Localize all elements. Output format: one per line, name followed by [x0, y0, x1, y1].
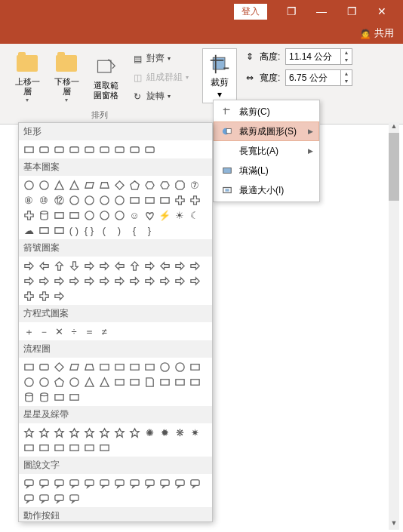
shape-item[interactable]	[52, 223, 66, 237]
shape-item[interactable]	[37, 143, 51, 156]
share-button[interactable]: 共用	[374, 26, 394, 40]
shape-item[interactable]	[128, 143, 141, 156]
shape-item[interactable]	[128, 426, 141, 439]
shape-item[interactable]	[37, 426, 51, 439]
shape-item[interactable]	[22, 476, 35, 490]
shape-item[interactable]	[22, 375, 35, 389]
shape-item[interactable]	[37, 178, 51, 192]
shape-item[interactable]	[143, 178, 156, 192]
chevron-down-icon[interactable]: ▾	[217, 89, 222, 100]
window-restore-small-icon[interactable]: ❐	[276, 5, 306, 17]
shape-item[interactable]	[52, 476, 66, 490]
shape-item[interactable]	[67, 193, 81, 207]
chevron-down-icon[interactable]: ▾	[65, 97, 68, 103]
shape-item[interactable]	[22, 274, 35, 288]
shape-item[interactable]: ✷	[188, 426, 202, 439]
shape-item[interactable]	[37, 491, 51, 505]
shape-item[interactable]	[22, 441, 35, 454]
shape-item[interactable]	[173, 360, 186, 374]
shape-item[interactable]	[97, 360, 111, 374]
shape-item[interactable]	[143, 259, 156, 272]
shape-item[interactable]	[97, 193, 111, 207]
shape-item[interactable]	[188, 259, 202, 272]
shape-item[interactable]	[67, 360, 81, 374]
shape-item[interactable]	[82, 426, 96, 439]
shape-item[interactable]: ≠	[97, 324, 111, 338]
spin-down[interactable]: ▼	[341, 57, 352, 64]
shape-item[interactable]	[173, 375, 186, 389]
shape-item[interactable]	[112, 426, 126, 439]
shape-item[interactable]	[67, 441, 81, 454]
bring-forward-button[interactable]: 上移一層 ▾	[8, 48, 47, 106]
shape-item[interactable]	[188, 476, 202, 490]
shape-item[interactable]	[82, 208, 96, 222]
rotate-menu[interactable]: ↻ 旋轉▾	[128, 88, 192, 104]
shape-item[interactable]: ☾	[188, 208, 202, 222]
shape-item[interactable]	[143, 274, 156, 288]
shape-item[interactable]: ✹	[158, 426, 171, 439]
shape-item[interactable]: ☁	[22, 223, 35, 237]
shape-item[interactable]: ⚡	[158, 208, 171, 222]
shape-item[interactable]	[22, 491, 35, 505]
shape-item[interactable]	[128, 193, 141, 207]
shape-item[interactable]	[128, 375, 141, 389]
shape-item[interactable]: {	[128, 223, 141, 237]
shape-item[interactable]	[37, 259, 51, 272]
shape-item[interactable]: ✺	[143, 426, 156, 439]
shape-item[interactable]	[158, 360, 171, 374]
shape-item[interactable]	[67, 390, 81, 404]
shape-item[interactable]: ( )	[67, 223, 81, 237]
scroll-up-arrow[interactable]: ▲	[391, 122, 398, 133]
spin-up[interactable]: ▲	[341, 49, 352, 57]
shape-item[interactable]	[67, 375, 81, 389]
shape-item[interactable]	[82, 259, 96, 272]
align-menu[interactable]: ▤ 對齊▾	[128, 51, 192, 66]
shape-item[interactable]	[52, 289, 66, 303]
shape-item[interactable]	[112, 375, 126, 389]
shape-item[interactable]	[37, 360, 51, 374]
shape-item[interactable]	[82, 274, 96, 288]
shape-item[interactable]: )	[112, 223, 126, 237]
shape-item[interactable]	[158, 259, 171, 272]
shape-item[interactable]	[67, 208, 81, 222]
shape-item[interactable]	[97, 441, 111, 454]
shape-item[interactable]	[67, 178, 81, 192]
shape-item[interactable]	[37, 289, 51, 303]
shape-item[interactable]	[188, 375, 202, 389]
shape-item[interactable]	[67, 274, 81, 288]
shape-item[interactable]: ⑦	[188, 178, 202, 192]
menu-aspect-ratio[interactable]: 長寬比(A) ▶	[214, 141, 319, 161]
shape-item[interactable]	[37, 476, 51, 490]
shape-item[interactable]	[52, 426, 66, 439]
shape-item[interactable]: ☀	[173, 208, 186, 222]
shape-item[interactable]	[52, 360, 66, 374]
shape-item[interactable]	[52, 143, 66, 156]
shape-item[interactable]	[97, 259, 111, 272]
shape-item[interactable]	[188, 274, 202, 288]
shape-item[interactable]	[82, 476, 96, 490]
shape-item[interactable]: ⑧	[22, 193, 35, 207]
shape-item[interactable]	[173, 259, 186, 272]
shape-item[interactable]	[97, 208, 111, 222]
menu-crop-to-shape[interactable]: 裁剪成圖形(S) ▶	[214, 121, 319, 141]
shape-item[interactable]: ✕	[52, 324, 66, 338]
send-backward-button[interactable]: 下移一層 ▾	[47, 48, 86, 106]
shape-item[interactable]	[37, 274, 51, 288]
shape-item[interactable]: ⑩	[37, 193, 51, 207]
shape-item[interactable]	[128, 178, 141, 192]
shape-item[interactable]	[52, 208, 66, 222]
shape-item[interactable]	[67, 426, 81, 439]
shape-item[interactable]	[37, 208, 51, 222]
shape-item[interactable]	[22, 178, 35, 192]
shape-item[interactable]	[188, 193, 202, 207]
shape-item[interactable]	[143, 193, 156, 207]
shape-item[interactable]	[143, 208, 156, 222]
shape-item[interactable]	[52, 441, 66, 454]
shape-item[interactable]	[158, 476, 171, 490]
shape-item[interactable]: }	[143, 223, 156, 237]
shape-item[interactable]	[128, 259, 141, 272]
shape-item[interactable]	[112, 193, 126, 207]
shape-item[interactable]	[82, 178, 96, 192]
shape-item[interactable]	[143, 375, 156, 389]
shape-item[interactable]	[97, 143, 111, 156]
